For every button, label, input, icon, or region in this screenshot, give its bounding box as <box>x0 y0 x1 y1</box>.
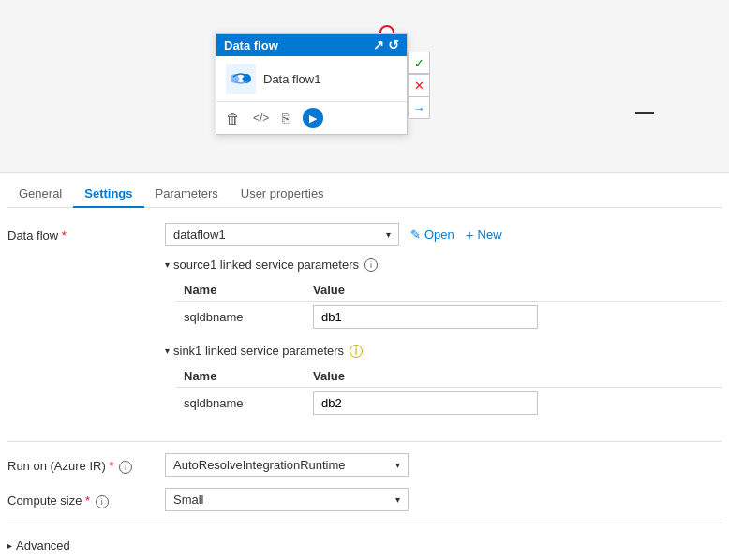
source1-value-input[interactable] <box>313 305 538 329</box>
sink1-params-header[interactable]: ▾ sink1 linked service parameters i <box>165 344 722 358</box>
run-on-select[interactable]: AutoResolveIntegrationRuntime ▾ <box>165 453 409 477</box>
popup-node-label: Data flow1 <box>263 72 320 86</box>
dataflow-row: Data flow * dataflow1 ▾ ✎ Open + New <box>7 223 722 430</box>
run-icon[interactable]: ▶ <box>303 108 323 128</box>
arrow-action-btn[interactable]: → <box>408 96 430 119</box>
popup-refresh-icon[interactable]: ↺ <box>388 37 399 52</box>
tabs-bar: General Settings Parameters User propert… <box>7 173 722 208</box>
tab-settings[interactable]: Settings <box>73 181 143 208</box>
sink1-value-cell <box>305 388 722 420</box>
source1-name-header: Name <box>176 279 305 302</box>
compute-size-required: * <box>85 494 90 508</box>
run-on-chevron-icon: ▾ <box>395 460 400 470</box>
sink1-params-table: Name Value sqldbname <box>176 365 722 419</box>
run-on-control: AutoResolveIntegrationRuntime ▾ <box>165 453 722 477</box>
new-link[interactable]: + New <box>466 227 502 243</box>
compute-size-label: Compute size * i <box>7 488 157 508</box>
dataflow-required: * <box>62 228 67 243</box>
dataflow-select[interactable]: dataflow1 ▾ <box>165 223 399 246</box>
compute-size-chevron-icon: ▾ <box>395 494 400 505</box>
canvas-area: Data flow ↗ ↺ Data flow1 🗑 </> ⎘ ▶ <box>0 0 729 173</box>
sink1-info-icon[interactable]: i <box>350 345 363 358</box>
dataflow-label: Data flow * <box>7 223 157 243</box>
sink1-name-header: Name <box>176 365 305 388</box>
tab-user-properties[interactable]: User properties <box>230 181 335 208</box>
source1-params-header[interactable]: ▾ source1 linked service parameters i <box>165 258 722 272</box>
sink1-chevron-icon: ▾ <box>165 346 170 356</box>
popup-body: Data flow1 <box>216 56 407 102</box>
source1-params-table: Name Value sqldbname <box>176 279 722 332</box>
run-on-row: Run on (Azure IR) * i AutoResolveIntegra… <box>7 453 722 477</box>
source1-value-cell <box>305 302 722 333</box>
popup-open-icon[interactable]: ↗ <box>373 37 384 52</box>
advanced-row[interactable]: ▸ Advanced <box>7 535 722 556</box>
popup-footer: 🗑 </> ⎘ ▶ <box>216 102 407 134</box>
side-actions: ✓ ✕ → <box>408 52 430 119</box>
advanced-label: Advanced <box>16 538 70 553</box>
compute-size-info-icon[interactable]: i <box>96 495 109 508</box>
tab-general[interactable]: General <box>7 181 73 208</box>
compute-size-select[interactable]: Small ▾ <box>165 488 409 511</box>
table-row: sqldbname <box>176 302 722 333</box>
popup-header: Data flow ↗ ↺ <box>216 34 407 56</box>
table-row: sqldbname <box>176 388 722 420</box>
dataflow-node-icon <box>226 64 256 94</box>
source1-params-section: ▾ source1 linked service parameters i Na… <box>165 258 722 332</box>
chevron-down-icon: ▾ <box>386 229 391 240</box>
run-on-info-icon[interactable]: i <box>119 461 132 474</box>
sink1-value-input[interactable] <box>313 391 538 415</box>
sink1-params-section: ▾ sink1 linked service parameters i Name… <box>165 344 722 419</box>
dataflow-popup: Data flow ↗ ↺ Data flow1 🗑 </> ⎘ ▶ <box>216 33 408 135</box>
advanced-chevron-icon: ▸ <box>7 540 12 551</box>
run-on-label: Run on (Azure IR) * i <box>7 453 157 474</box>
compute-size-row: Compute size * i Small ▾ <box>7 488 722 511</box>
plus-icon: + <box>466 227 474 243</box>
section-divider-1 <box>7 441 722 442</box>
copy-icon[interactable]: ⎘ <box>282 111 290 125</box>
open-link[interactable]: ✎ Open <box>410 228 454 242</box>
tab-parameters[interactable]: Parameters <box>144 181 230 208</box>
popup-title: Data flow <box>224 38 278 52</box>
properties-panel: General Settings Parameters User propert… <box>0 173 729 560</box>
delete-icon[interactable]: 🗑 <box>226 111 240 126</box>
sink1-value-header: Value <box>305 365 722 388</box>
pencil-icon: ✎ <box>410 228 421 242</box>
dash-separator <box>635 112 654 114</box>
compute-size-control: Small ▾ <box>165 488 722 511</box>
popup-header-icons: ↗ ↺ <box>373 37 399 52</box>
dataflow-select-row: dataflow1 ▾ ✎ Open + New <box>165 223 722 246</box>
source1-name-cell: sqldbname <box>176 302 305 333</box>
sink1-name-cell: sqldbname <box>176 388 305 420</box>
run-on-required: * <box>109 459 113 473</box>
source1-chevron-icon: ▾ <box>165 259 170 270</box>
close-action-btn[interactable]: ✕ <box>408 74 430 96</box>
source1-info-icon[interactable]: i <box>364 258 378 272</box>
dataflow-control: dataflow1 ▾ ✎ Open + New ▾ source1 linke… <box>165 223 722 430</box>
check-action-btn[interactable]: ✓ <box>408 52 430 74</box>
section-divider-2 <box>7 523 722 523</box>
source1-value-header: Value <box>305 279 722 302</box>
code-icon[interactable]: </> <box>253 111 269 125</box>
